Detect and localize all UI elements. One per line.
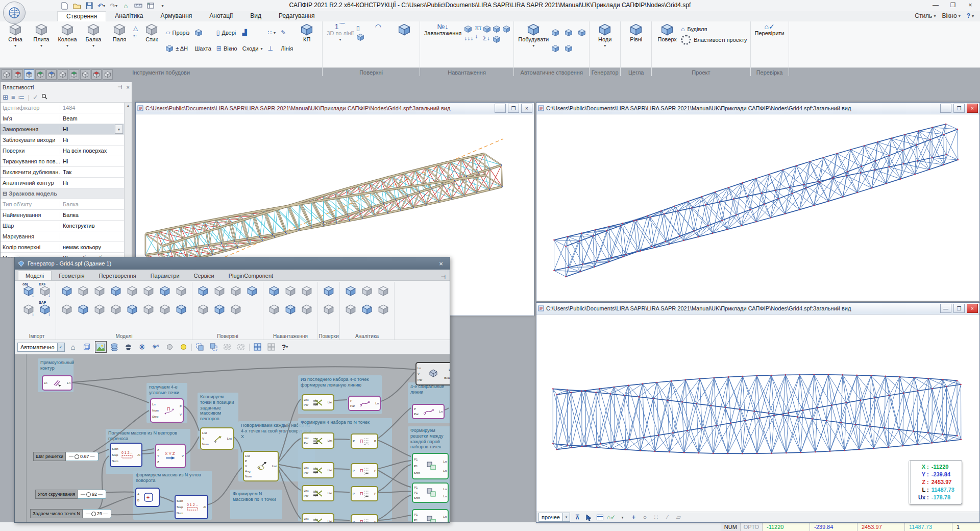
box3d-icon[interactable]: [356, 33, 364, 41]
list-blue-icon-button[interactable]: [565, 41, 573, 56]
view-cube-icon-8[interactable]: [80, 69, 90, 80]
generator-titlebar[interactable]: Генератор - Grid4.spf (Здание 1) ×: [15, 257, 450, 270]
maximize-icon[interactable]: ❐: [953, 104, 965, 113]
graph-node-xyz[interactable]: XYZX Y ZV: [155, 444, 186, 468]
redo-icon[interactable]: ↷▾: [109, 2, 118, 10]
toolbox-icon[interactable]: [109, 284, 122, 298]
grid-view-blue-icon[interactable]: [252, 341, 263, 353]
graph-node-corner[interactable]: LnNumStepПPV: [150, 398, 184, 423]
truck-load-icon-button[interactable]: [483, 25, 491, 33]
tab-Редагування[interactable]: Редагування: [270, 11, 324, 21]
toolbox-icon[interactable]: [197, 302, 210, 317]
graph-node-flip[interactable]: ListParList: [302, 432, 334, 449]
toolbox-icon[interactable]: [229, 302, 242, 317]
load-select-icon-button[interactable]: [464, 25, 473, 33]
toolbox-icon[interactable]: [93, 302, 106, 317]
generator-tab-Параметри[interactable]: Параметри: [143, 271, 187, 280]
view-cube-icon-7[interactable]: [69, 69, 79, 80]
minimize-icon[interactable]: —: [940, 304, 951, 313]
toolbox-icon[interactable]: obj↓: [22, 284, 35, 298]
toolbox-icon[interactable]: [142, 284, 155, 298]
help-icon[interactable]: ?▾: [279, 341, 291, 353]
property-value[interactable]: Конструктив: [60, 223, 124, 229]
graph-node-flip[interactable]: ListParList: [302, 485, 334, 501]
property-row[interactable]: Тиражування по пов...Ні: [1, 156, 124, 167]
toolbox-icon[interactable]: [360, 302, 374, 317]
toolbox-icon[interactable]: [284, 302, 297, 317]
graph-node-rect[interactable]: LnLn: [42, 375, 72, 391]
КП-button[interactable]: КП: [295, 23, 319, 43]
graph-node-beam[interactable]: LnVParLnBeam: [415, 362, 450, 385]
graph-node-series[interactable]: StartStepNum0 1 2 ..AI: [175, 495, 208, 519]
measure-icon[interactable]: ∕: [663, 513, 672, 521]
line-loads-icon[interactable]: πτ: [475, 25, 481, 31]
graph-node-pseries[interactable]: PПP: [351, 463, 378, 478]
toolbox-icon[interactable]: [360, 284, 374, 298]
truss-icon[interactable]: △: [133, 25, 138, 31]
maximize-icon[interactable]: ❐: [508, 104, 519, 113]
Перевірити-button[interactable]: ⌂✓Перевірити: [754, 23, 786, 37]
property-value[interactable]: Балка: [60, 212, 124, 218]
snowflake-icon[interactable]: ✳: [136, 341, 148, 353]
view-cube-icon-4[interactable]: [35, 69, 45, 80]
Сходи-button[interactable]: Сходи▾: [242, 41, 263, 56]
grid-view-gray-icon[interactable]: [265, 341, 277, 353]
cell-button[interactable]: [578, 41, 586, 56]
viewport-center-titlebar[interactable]: C:\Users\Public\Documents\LIRA SAPR\LIRA…: [136, 103, 534, 114]
Завантаження-button[interactable]: №↓Завантаження: [423, 23, 462, 37]
toolbox-icon[interactable]: [158, 284, 172, 298]
rotate-icon[interactable]: ○: [641, 513, 649, 521]
nodes-icon[interactable]: [598, 23, 611, 36]
graph-node-flip[interactable]: ListParList: [302, 394, 334, 411]
storey-icon[interactable]: [660, 23, 674, 36]
Ноди-button[interactable]: Ноди▾: [593, 23, 617, 48]
toolbox-icon[interactable]: [377, 284, 390, 298]
graph-node-pseries[interactable]: PПP: [351, 433, 378, 449]
table-icon[interactable]: [146, 2, 155, 10]
graph-node-poly[interactable]: PParLn: [348, 396, 381, 411]
brick-icon[interactable]: [629, 23, 643, 36]
toolbox-icon[interactable]: [322, 302, 335, 317]
Побудувати-button[interactable]: Побудувати▾: [517, 23, 550, 48]
dome-icon-button[interactable]: ◠: [366, 23, 390, 31]
box3d-icon-button[interactable]: [356, 33, 364, 41]
property-row[interactable]: ЗамороженняНі▾: [1, 124, 124, 135]
truss-icon-button[interactable]: △: [133, 25, 138, 31]
list-blue-icon[interactable]: [565, 44, 573, 53]
graph-node-flip[interactable]: ListParList: [302, 462, 334, 478]
property-row[interactable]: НайменуванняБалка: [1, 210, 124, 221]
toolbox-icon[interactable]: [213, 284, 226, 298]
point-loads-icon-button[interactable]: ↓↓↓: [464, 35, 473, 41]
move-icon[interactable]: +: [629, 513, 638, 521]
maximize-button[interactable]: ❐: [944, 0, 962, 10]
tab-Вид[interactable]: Вид: [241, 11, 270, 21]
Вікно-button[interactable]: ⊞Вікно: [216, 41, 237, 56]
save-icon[interactable]: [85, 2, 93, 10]
view-cube-icon-9[interactable]: [91, 69, 102, 80]
graph-node-grid[interactable]: P1P1ShiftLnLn: [412, 453, 449, 479]
undo-icon[interactable]: ↶▾: [97, 2, 106, 10]
stack-load-icon-button[interactable]: [493, 25, 501, 33]
new-document-icon[interactable]: [60, 2, 69, 10]
minimize-icon[interactable]: —: [940, 104, 951, 113]
property-value[interactable]: 1484: [60, 105, 124, 111]
property-value[interactable]: Beam: [60, 115, 124, 122]
piles-icon-button[interactable]: [551, 25, 559, 40]
stairs-icon[interactable]: ▟: [242, 30, 247, 36]
sum-loads-icon-button[interactable]: Σ↓: [483, 35, 491, 41]
property-value[interactable]: Ні: [60, 137, 124, 143]
Паля-button[interactable]: Паля: [107, 23, 132, 43]
joint-icon[interactable]: [145, 23, 158, 36]
toolbox-icon[interactable]: [300, 284, 313, 298]
update-model-icon[interactable]: ⌂: [121, 2, 130, 10]
piles-icon[interactable]: [551, 29, 559, 37]
pile-icon[interactable]: [113, 23, 126, 36]
select-send-back-icon[interactable]: [208, 341, 219, 353]
render-image-icon[interactable]: [95, 341, 107, 353]
truck-load-icon[interactable]: [483, 25, 491, 33]
select-dim2-icon[interactable]: [235, 341, 247, 353]
dynamic-load-icon-button[interactable]: [493, 35, 501, 43]
beam-icon[interactable]: [87, 23, 100, 36]
toolbox-icon[interactable]: [126, 284, 139, 298]
anchor-icon[interactable]: ⊥: [267, 45, 273, 52]
